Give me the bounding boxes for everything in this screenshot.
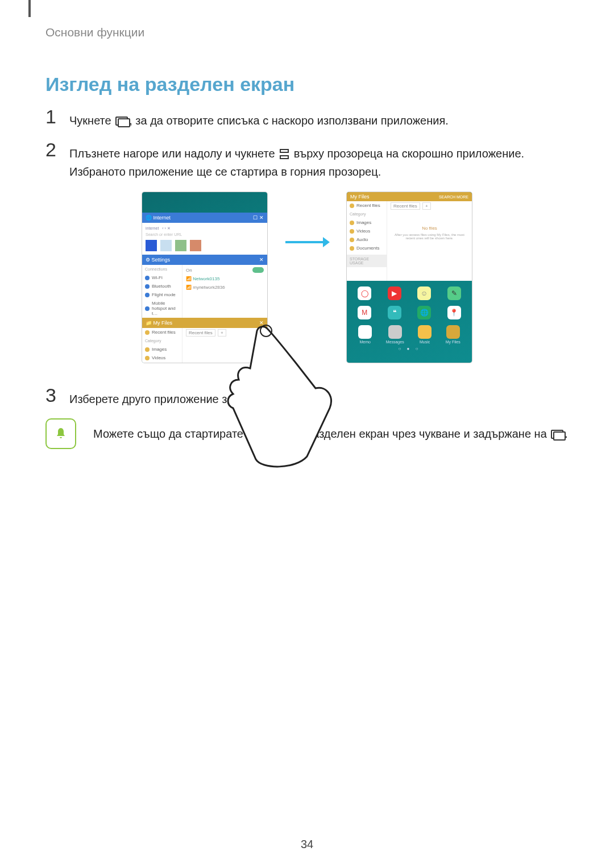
step-text: Избраното приложение ще се стартира в го… — [69, 165, 381, 178]
nav-heading: Connections — [142, 265, 182, 273]
dock-app: Music — [418, 325, 432, 344]
tab-add: + — [422, 202, 431, 210]
illustration-row: 🌐 Internet ☐ ✕ internet ‹ › ✕ Search or … — [45, 192, 569, 363]
close-icon: ✕ — [259, 257, 264, 263]
split-view-icon — [280, 149, 289, 159]
recent-apps-icon — [551, 430, 563, 439]
page-title: Изглед на разделен екран — [45, 73, 569, 95]
card-internet: 🌐 Internet ☐ ✕ internet ‹ › ✕ Search or … — [142, 213, 267, 255]
nav-item: Audio — [142, 362, 182, 363]
nav-item: Videos — [347, 227, 387, 235]
card-myfiles: 📁 My Files ✕ Recent files Category Image… — [142, 318, 267, 363]
step-text: Плъзнете нагоре или надолу и чукнете — [69, 147, 278, 160]
hint-text: After you access files using My Files, t… — [391, 233, 468, 240]
app-icon: ◯ — [358, 286, 371, 300]
recent-label: Recent files — [152, 330, 176, 335]
card-title: ⚙ Settings — [146, 257, 170, 263]
net: Network0135 — [193, 276, 219, 281]
device-right: My Files SEARCH MORE Recent files Catego… — [347, 192, 472, 363]
app-icon: M — [358, 306, 371, 319]
step-text: върху прозореца на скорошно приложение. — [294, 147, 524, 160]
step-number: 1 — [45, 107, 69, 126]
nav-heading: Category — [142, 337, 182, 345]
net: mynetwork2836 — [193, 285, 225, 290]
step-1: 1 Чукнете , за да отворите списъка с нас… — [45, 107, 569, 130]
app-icon: ☺ — [417, 286, 431, 300]
wifi-on: On — [186, 268, 192, 273]
nav-item: Images — [142, 345, 182, 354]
tab: Recent files — [391, 202, 420, 210]
step-2: 2 Плъзнете нагоре или надолу и чукнете в… — [45, 140, 569, 181]
recent-label: Recent files — [356, 203, 380, 208]
app-icon: ❝ — [388, 306, 401, 319]
dock-app: My Files — [446, 325, 460, 344]
card-settings: ⚙ Settings ✕ Connections Wi-FiBluetoothF… — [142, 255, 267, 318]
recent-apps-icon — [115, 117, 128, 126]
toolbar-right: SEARCH MORE — [439, 195, 468, 199]
wifi-toggle — [252, 267, 264, 273]
thumb — [160, 240, 172, 251]
no-files: No files — [391, 226, 468, 231]
nav-item: Mobile hotspot and t… — [142, 299, 182, 318]
step-text: Чукнете — [69, 114, 114, 127]
step-3: 3 Изберете друго приложение за стартиран… — [45, 385, 569, 408]
step-text: Изберете друго приложение за стартиране. — [69, 385, 300, 408]
card-title: 📁 My Files — [146, 320, 172, 326]
page-dots: ○ ● ○ — [347, 344, 472, 354]
nav-item: Wi-Fi — [142, 273, 182, 282]
addr-label: internet ‹ › ✕ — [146, 226, 264, 231]
nav-item: Bluetooth — [142, 282, 182, 290]
nav-heading: Category — [347, 210, 387, 218]
dock-app: Memo — [358, 325, 372, 344]
nav-item: Flight mode — [142, 290, 182, 299]
tip-row: Можете също да стартирате изгледа на раз… — [45, 418, 569, 449]
dock-row: MemoMessagesMusicMy Files — [347, 325, 472, 344]
card-actions: ☐ ✕ — [253, 215, 264, 221]
app-icon: 📍 — [447, 306, 461, 319]
device-left: 🌐 Internet ☐ ✕ internet ‹ › ✕ Search or … — [142, 192, 267, 363]
app-icon: ▶ — [388, 286, 401, 300]
nav-item: Documents — [347, 244, 387, 252]
arrow-icon — [284, 234, 330, 253]
close-icon: ✕ — [259, 320, 264, 326]
nav-item: Audio — [347, 235, 387, 244]
nav-item: Images — [347, 218, 387, 227]
app-icon: ✎ — [447, 286, 461, 300]
search-ph: Search or enter URL — [146, 232, 264, 236]
step-number: 2 — [45, 140, 69, 159]
step-number: 3 — [45, 385, 69, 405]
tab: Recent files — [186, 329, 215, 337]
tab-add: + — [218, 329, 226, 337]
header-tick — [28, 0, 31, 17]
breadcrumb: Основни функции — [45, 26, 569, 39]
home-apps-grid: ◯▶☺✎M❝🌐📍 — [347, 281, 472, 325]
tip-text: Можете също да стартирате изгледа на раз… — [93, 427, 550, 440]
page-number: 34 — [0, 838, 614, 851]
dock-app: Messages — [386, 325, 404, 344]
card-title: 🌐 Internet — [146, 215, 171, 221]
thumb — [190, 240, 201, 251]
app-icon: 🌐 — [417, 306, 431, 319]
storage-label: STORAGE USAGE — [347, 255, 387, 267]
step-text: , за да отворите списъка с наскоро изпол… — [129, 114, 449, 127]
tip-badge-icon — [45, 418, 76, 449]
thumb — [146, 240, 157, 251]
svg-marker-2 — [323, 237, 330, 247]
thumb — [175, 240, 186, 251]
card-title: My Files — [350, 194, 370, 200]
nav-item: Videos — [142, 354, 182, 362]
